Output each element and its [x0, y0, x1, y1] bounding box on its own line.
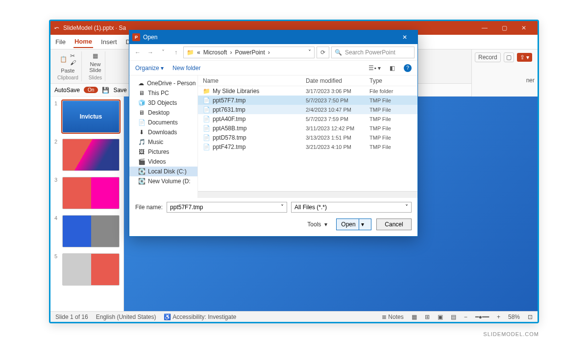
file-row[interactable]: 📁My Slide Libraries3/17/2023 3:06 PMFile… [198, 86, 417, 96]
file-icon: 📄 [203, 125, 210, 132]
search-input[interactable]: 🔍Search PowerPoint [331, 47, 415, 58]
save-icon[interactable]: 💾 [102, 87, 109, 94]
forward-button[interactable]: → [145, 49, 156, 56]
cut-icon[interactable]: ✂🖌 [70, 52, 76, 66]
organize-button[interactable]: Organize ▾ [135, 65, 164, 72]
file-row[interactable]: 📄ppt57F7.tmp5/7/2023 7:50 PMTMP File [198, 96, 417, 105]
column-headers[interactable]: Name Date modified Type [198, 75, 417, 86]
view-slideshow-icon[interactable]: ▤ [451, 314, 456, 320]
file-list[interactable]: Name Date modified Type 📁My Slide Librar… [198, 75, 417, 198]
file-icon: 📄 [203, 97, 210, 104]
open-dialog: POpen ✕ ← → ˅ ↑ 📁 « Microsoft› PowerPoin… [129, 30, 418, 237]
col-type[interactable]: Type [369, 77, 417, 84]
thumb-2[interactable]: 2 [54, 139, 120, 171]
notes-button[interactable]: ≣ Notes [382, 314, 404, 320]
ribbon-right: Record ▢ ⇪ ▾ ner [471, 49, 538, 98]
horizontal-scrollbar[interactable] [198, 191, 417, 198]
maximize-button[interactable]: ▢ [494, 24, 514, 31]
zoom-slider[interactable]: ━●━━ [475, 314, 489, 320]
tree-icon: ☁ [138, 80, 144, 87]
nav-row: ← → ˅ ↑ 📁 « Microsoft› PowerPoint› ˅ ⟳ 🔍… [129, 44, 417, 61]
share-button[interactable]: ⇪ ▾ [517, 53, 532, 62]
file-row[interactable]: 📄pptD578.tmp3/13/2023 1:51 PMTMP File [198, 133, 417, 142]
zoom-level[interactable]: 58% [508, 314, 520, 320]
thumb-5[interactable]: 5 [54, 253, 120, 286]
open-dropdown-icon[interactable]: ▾ [359, 219, 367, 230]
search-icon: 🔍 [335, 49, 342, 56]
tree-item[interactable]: 📄Documents [129, 118, 197, 127]
tree-item[interactable]: ⬇Downloads [129, 127, 197, 137]
tree-icon: 💽 [138, 178, 145, 185]
view-sorter-icon[interactable]: ⊞ [425, 314, 430, 320]
tab-home[interactable]: Home [74, 36, 93, 48]
recent-dropdown[interactable]: ˅ [158, 49, 169, 56]
tree-item[interactable]: 🎵Music [129, 137, 197, 147]
tab-file[interactable]: File [54, 36, 67, 48]
view-options-button[interactable]: ☰▪ ▾ [368, 65, 381, 72]
tree-icon: 🎵 [138, 139, 145, 146]
thumb-1[interactable]: 1Invictus [54, 100, 120, 133]
present-icon[interactable]: ▢ [504, 52, 514, 62]
tree-item[interactable]: 🖼Pictures [129, 147, 197, 157]
thumb-3[interactable]: 3 [54, 177, 120, 209]
file-filter-dropdown[interactable]: All Files (*.*)˅ [291, 202, 412, 213]
tree-item[interactable]: 🖥This PC [129, 88, 197, 98]
file-row[interactable]: 📄ppt7631.tmp2/4/2023 10:47 PMTMP File [198, 105, 417, 114]
dialog-title: Open [143, 34, 157, 41]
nav-tree[interactable]: ☁OneDrive - Person🖥This PC🧊3D Objects🖥De… [129, 75, 198, 198]
tree-item[interactable]: 💽New Volume (D: [129, 176, 197, 186]
address-bar[interactable]: 📁 « Microsoft› PowerPoint› ˅ [183, 47, 315, 58]
new-slide-icon[interactable]: ▦ [93, 52, 98, 59]
accessibility[interactable]: ♿ Accessibility: Investigate [164, 314, 236, 320]
autosave-toggle[interactable]: On [84, 87, 98, 93]
dialog-titlebar: POpen ✕ [129, 30, 417, 44]
file-icon: 📄 [203, 144, 210, 150]
col-date[interactable]: Date modified [306, 77, 369, 84]
close-button[interactable]: ✕ [514, 24, 534, 31]
tab-insert[interactable]: Insert [100, 36, 118, 48]
tree-item[interactable]: 🖥Desktop [129, 108, 197, 118]
chevron-down-icon[interactable]: ˅ [405, 204, 408, 211]
file-row[interactable]: 📄pptA40F.tmp5/7/2023 7:59 PMTMP File [198, 114, 417, 123]
zoom-out-icon[interactable]: − [464, 314, 467, 320]
file-icon: 📄 [203, 106, 210, 113]
zoom-in-icon[interactable]: + [497, 314, 500, 320]
language[interactable]: English (United States) [96, 314, 156, 320]
tree-item[interactable]: ☁OneDrive - Person [129, 78, 197, 88]
paste-icon[interactable]: 📋 [60, 56, 67, 63]
refresh-button[interactable]: ⟳ [317, 47, 329, 58]
slide-thumbnails[interactable]: 1Invictus 2 3 4 5 [50, 97, 124, 311]
tree-item[interactable]: 🧊3D Objects [129, 98, 197, 108]
preview-pane-button[interactable]: ◧ [390, 65, 395, 72]
file-row[interactable]: 📄pptA58B.tmp3/11/2023 12:42 PMTMP File [198, 123, 417, 133]
file-icon: 📄 [203, 134, 210, 141]
chevron-down-icon[interactable]: ˅ [281, 204, 284, 211]
crumb-dropdown-icon[interactable]: ˅ [308, 49, 311, 56]
minimize-button[interactable]: — [475, 24, 494, 31]
tree-icon: ⬇ [138, 129, 145, 136]
help-button[interactable]: ? [404, 64, 412, 72]
view-reading-icon[interactable]: ▣ [438, 314, 443, 320]
col-name[interactable]: Name [198, 77, 306, 84]
record-button[interactable]: Record [475, 52, 501, 62]
filename-row: File name: ppt57F7.tmp˅ All Files (*.*)˅ [129, 198, 417, 217]
cancel-button[interactable]: Cancel [376, 218, 412, 230]
filename-input[interactable]: ppt57F7.tmp˅ [167, 202, 287, 213]
open-button[interactable]: Open▾ [336, 218, 371, 230]
up-button[interactable]: ↑ [171, 49, 181, 56]
tree-icon: 🖥 [138, 90, 145, 97]
new-folder-button[interactable]: New folder [172, 65, 200, 72]
dialog-close-button[interactable]: ✕ [395, 34, 415, 41]
back-button[interactable]: ← [132, 49, 143, 56]
attribution: SLIDEMODEL.COM [49, 331, 539, 337]
fit-icon[interactable]: ⊡ [528, 314, 533, 320]
filename-label: File name: [135, 204, 163, 211]
tools-dropdown[interactable]: Tools ▾ [307, 221, 327, 228]
tree-item[interactable]: 🎬Videos [129, 157, 197, 167]
tree-item[interactable]: 💽Local Disk (C:) [129, 167, 197, 176]
tree-icon: 🧊 [138, 99, 145, 106]
thumb-4[interactable]: 4 [54, 215, 120, 247]
file-row[interactable]: 📄pptF472.tmp3/21/2023 4:10 PMTMP File [198, 142, 417, 151]
powerpoint-icon: P [132, 33, 140, 41]
view-normal-icon[interactable]: ▦ [412, 314, 417, 320]
